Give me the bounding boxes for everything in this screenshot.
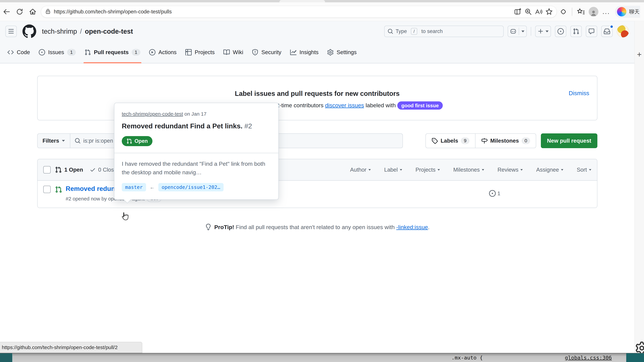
label-filter[interactable]: Label <box>384 167 402 173</box>
git-pull-request-open-icon <box>55 186 62 193</box>
copilot-menu-button[interactable] <box>508 26 527 37</box>
create-new-button[interactable] <box>535 26 551 37</box>
tab-wiki[interactable]: Wiki <box>219 41 248 63</box>
chevron-down-icon <box>546 30 548 32</box>
tab-label: Projects <box>195 49 215 55</box>
address-bar[interactable]: https://github.com/tech-shrimp/open-code… <box>41 6 557 17</box>
copilot-button[interactable]: 聊天 <box>615 6 640 18</box>
discover-issues-link[interactable]: discover issues <box>325 102 364 108</box>
labels-button[interactable]: Labels 9 <box>426 134 475 148</box>
tab-settings[interactable]: Settings <box>323 41 361 63</box>
search-input[interactable]: Type / to search <box>384 26 504 37</box>
favorite-star-icon[interactable] <box>544 6 554 17</box>
linked-issue-query-link[interactable]: -linked:issue <box>396 224 428 230</box>
row-checkbox[interactable] <box>43 186 51 193</box>
notification-dot <box>610 25 614 29</box>
new-pull-request-button[interactable]: New pull request <box>541 133 597 148</box>
pull-requests-header-button[interactable] <box>570 26 582 37</box>
search-icon <box>75 138 81 144</box>
tab-security[interactable]: Security <box>248 41 286 63</box>
sidebar-gear-icon[interactable] <box>635 342 644 355</box>
milestones-button[interactable]: Milestones 0 <box>475 134 536 148</box>
pull-requests-count: 1 <box>132 49 140 56</box>
light-bulb-icon <box>205 224 212 230</box>
browser-menu-icon[interactable]: ... <box>600 8 613 15</box>
filters-dropdown-button[interactable]: Filters <box>38 134 70 148</box>
filters-label: Filters <box>42 138 59 144</box>
breadcrumb-owner[interactable]: tech-shrimp <box>42 28 77 35</box>
code-icon <box>8 49 14 55</box>
labels-count: 9 <box>461 137 470 144</box>
projects-filter[interactable]: Projects <box>416 167 440 173</box>
notifications-button[interactable] <box>601 26 613 37</box>
hamburger-button[interactable] <box>5 26 17 37</box>
issue-opened-icon <box>489 190 496 197</box>
tab-code[interactable]: Code <box>3 41 34 63</box>
author-filter[interactable]: Author <box>350 167 371 173</box>
tab-label: Insights <box>300 49 319 55</box>
browser-profile-avatar[interactable] <box>589 7 598 16</box>
breadcrumb-repo[interactable]: open-code-test <box>85 28 133 35</box>
issue-opened-icon <box>39 49 45 55</box>
assignee-filter[interactable]: Assignee <box>536 167 563 173</box>
discussions-header-button[interactable] <box>586 26 597 37</box>
chevron-down-icon <box>522 30 524 32</box>
base-branch-label[interactable]: master <box>122 183 146 191</box>
lock-icon <box>45 8 51 15</box>
search-placeholder-post: to search <box>421 28 443 34</box>
zoom-icon[interactable] <box>523 6 534 17</box>
head-branch-label[interactable]: opencode/issue1-202… <box>158 183 224 191</box>
good-first-issue-badge[interactable]: good first issue <box>397 101 443 110</box>
hovercard-title-text[interactable]: Removed redundant Find a Pet links. <box>122 122 242 130</box>
add-sidebar-item-icon[interactable]: + <box>637 50 642 59</box>
header-divider <box>531 27 531 36</box>
tag-icon <box>432 138 438 144</box>
browser-toolbar: https://github.com/tech-shrimp/open-code… <box>0 2 644 21</box>
css-selector-text: .mx-auto { <box>452 355 483 361</box>
open-count-link[interactable]: 1 Open <box>64 167 83 173</box>
home-button[interactable] <box>26 5 39 18</box>
select-all-checkbox[interactable] <box>43 166 51 173</box>
tab-issues[interactable]: Issues1 <box>34 41 80 63</box>
chevron-down-icon <box>520 169 523 171</box>
banner-text: labeled with <box>364 102 397 108</box>
user-avatar[interactable] <box>617 25 629 37</box>
hovercard-repo-link[interactable]: tech-shrimp/open-code-test <box>122 111 183 117</box>
extensions-icon[interactable] <box>557 5 570 18</box>
url-text[interactable]: https://github.com/tech-shrimp/open-code… <box>54 9 513 15</box>
refresh-button[interactable] <box>13 5 26 18</box>
hovercard-repo-line: tech-shrimp/open-code-test on Jan 17 <box>122 111 271 117</box>
tab-projects[interactable]: Projects <box>181 41 219 63</box>
read-aloud-icon[interactable] <box>534 6 544 17</box>
slash-key-hint: / <box>411 28 417 35</box>
protip-text: ProTip! Find all pull requests that aren… <box>214 224 430 230</box>
back-button[interactable] <box>0 5 13 18</box>
chevron-down-icon <box>400 169 402 171</box>
issues-header-button[interactable] <box>555 26 566 37</box>
tab-label: Settings <box>336 49 356 55</box>
git-pull-request-icon <box>126 138 132 144</box>
breadcrumb: tech-shrimp / open-code-test <box>42 28 133 35</box>
chevron-down-icon <box>589 169 591 171</box>
sort-filter[interactable]: Sort <box>577 167 591 173</box>
hovercard-header: tech-shrimp/open-code-test on Jan 17 Rem… <box>114 103 278 153</box>
button-divider <box>519 28 519 35</box>
css-file-reference[interactable]: globals.css:306 <box>565 355 612 361</box>
split-screen-icon[interactable] <box>513 6 523 17</box>
list-filter-dropdowns: Author Label Projects Milestones Reviews… <box>350 167 591 173</box>
issue-opened-icon <box>558 28 564 34</box>
hovercard-body: I have removed the redundant "Find a Pet… <box>114 153 278 180</box>
dismiss-link[interactable]: Dismiss <box>569 90 589 96</box>
active-tab-edge[interactable] <box>280 0 325 2</box>
tab-insights[interactable]: Insights <box>286 41 323 63</box>
github-logo[interactable] <box>22 24 36 38</box>
milestones-filter[interactable]: Milestones <box>453 167 484 173</box>
tab-label: Code <box>17 49 30 55</box>
reviews-filter[interactable]: Reviews <box>498 167 523 173</box>
browser-tabstrip <box>0 0 644 2</box>
linked-issue-count[interactable]: 1 <box>489 190 500 197</box>
tab-actions[interactable]: Actions <box>145 41 181 63</box>
play-icon <box>149 49 156 55</box>
collections-icon[interactable] <box>574 5 587 18</box>
tab-pull-requests[interactable]: Pull requests1 <box>80 41 145 63</box>
